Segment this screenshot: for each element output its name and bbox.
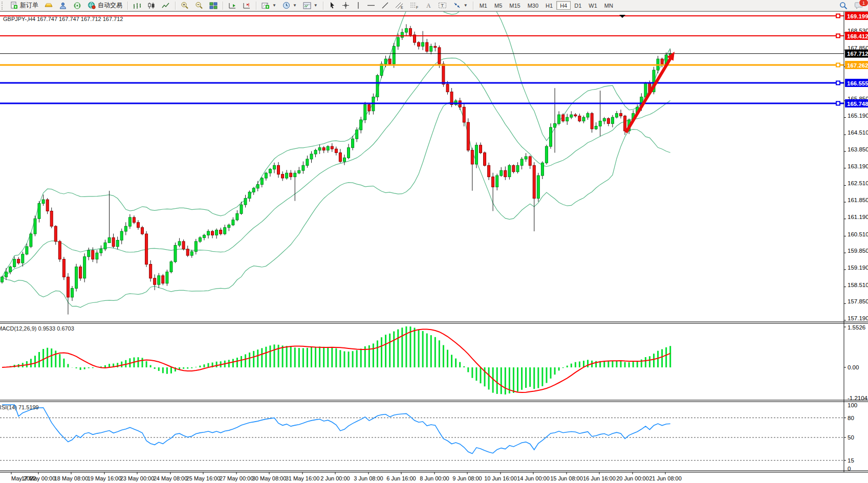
timeframe-button-h1[interactable]: H1 [542,1,556,10]
svg-text:-1.2104: -1.2104 [848,395,868,401]
deposit-button[interactable] [42,1,55,10]
channel-icon: E [395,2,404,9]
timeframe-button-w1[interactable]: W1 [585,1,601,10]
new-order-icon [10,2,18,9]
price-badge: 166.555 [845,79,868,87]
toolbar-separator [127,2,128,10]
toolbar-separator [473,2,473,10]
search-icon [839,2,848,10]
svg-text:15 Jun 08:00: 15 Jun 08:00 [550,475,583,481]
community-button[interactable] [56,1,70,10]
price-badge: 169.199 [845,12,868,20]
line-chart-mode-button[interactable] [159,1,172,10]
chart-shift-button[interactable] [240,1,253,10]
svg-text:30 May 08:00: 30 May 08:00 [252,475,287,481]
svg-text:27 May 00:00: 27 May 00:00 [220,475,254,481]
timeframe-button-m5[interactable]: M5 [491,1,506,10]
toolbar-grip[interactable] [2,2,5,10]
dropdown-arrow-icon: ▼ [272,3,276,8]
fibonacci-tool-button[interactable]: F [407,1,421,10]
periods-button[interactable]: ▼ [280,1,299,10]
zoom-in-icon [181,2,189,9]
svg-text:168.412: 168.412 [847,33,868,39]
svg-text:160.510: 160.510 [848,231,868,237]
svg-text:169.199: 169.199 [847,13,868,19]
dropdown-arrow-icon: ▼ [293,3,297,8]
signals-button[interactable] [71,1,84,10]
bar-chart-mode-button[interactable] [131,1,144,10]
channel-tool-button[interactable]: E [393,1,406,10]
svg-text:8 Jun 00:00: 8 Jun 00:00 [420,475,449,481]
main-toolbar: 新订单 自动交易 ▼ ▼ ▼ E F A T ▼ M1M5M15M30H1H4D… [0,0,868,11]
search-button[interactable] [837,1,850,10]
add-indicator-button[interactable]: ▼ [259,1,279,10]
svg-text:17 May 00:00: 17 May 00:00 [21,475,56,481]
new-order-label: 新订单 [20,1,38,10]
auto-trading-button[interactable]: 自动交易 [85,1,125,10]
timeframe-button-d1[interactable]: D1 [571,1,585,10]
crosshair-tool-button[interactable] [339,1,352,10]
auto-scroll-icon [228,2,236,9]
macd-signal-value: 0.6703 [57,325,74,332]
chart-title: GBPJPY-,H4 167.747 167.747 167.712 167.7… [3,16,123,22]
timeframe-button-m1[interactable]: M1 [476,1,491,10]
dropdown-arrow-icon: ▼ [464,3,468,8]
zoom-out-icon [195,2,203,9]
rsi-value: 71.5199 [18,404,39,410]
rsi-indicator-label: RSI(14) 71.5199 [0,404,39,410]
chart-canvas[interactable]: 168.530167.850167.190165.850165.190164.5… [0,12,868,483]
timeframe-button-mn[interactable]: MN [601,1,617,10]
text-tool-button[interactable]: A [422,1,435,10]
svg-text:6 Jun 16:00: 6 Jun 16:00 [386,475,416,481]
svg-text:50: 50 [848,434,854,441]
zoom-out-button[interactable] [192,1,206,10]
svg-text:23 May 00:00: 23 May 00:00 [120,475,155,481]
timeframe-button-m15[interactable]: M15 [506,1,524,10]
notification-count-badge: 1 [859,0,868,7]
tile-windows-button[interactable] [207,1,220,10]
svg-text:161.850: 161.850 [848,197,868,203]
bar-chart-icon [133,2,141,9]
trendline-tool-button[interactable] [379,1,392,10]
svg-text:159.190: 159.190 [848,265,868,271]
cursor-tool-button[interactable] [326,1,338,10]
candles-mode-button[interactable] [145,1,158,10]
svg-text:16 Jun 16:00: 16 Jun 16:00 [583,475,616,481]
text-label-tool-button[interactable]: T [436,1,449,10]
svg-text:163.850: 163.850 [848,146,868,152]
timeframe-button-h4[interactable]: H4 [556,1,571,10]
auto-scroll-button[interactable] [226,1,239,10]
chart-window[interactable]: 168.530167.850167.190165.850165.190164.5… [0,11,868,483]
new-order-button[interactable]: 新订单 [8,1,41,10]
svg-text:19 May 16:00: 19 May 16:00 [88,475,122,481]
trendline-icon [381,2,389,9]
add-indicator-icon [262,2,270,9]
person-icon [59,2,67,9]
candles-icon [147,2,156,9]
horizontal-line-icon [367,2,375,9]
svg-text:20 Jun 00:00: 20 Jun 00:00 [616,475,649,481]
arrows-tool-button[interactable]: ▼ [450,1,470,10]
svg-text:167.712: 167.712 [847,51,868,57]
notifications-button[interactable]: 1 [852,1,866,10]
tile-windows-icon [209,2,218,9]
horizontal-line-tool-button[interactable] [364,1,378,10]
svg-text:165.748: 165.748 [847,101,868,107]
zoom-in-button[interactable] [178,1,191,10]
templates-button[interactable]: ▼ [300,1,320,10]
vertical-line-tool-button[interactable] [353,1,363,10]
svg-text:158.510: 158.510 [848,282,868,288]
svg-text:14 Jun 00:00: 14 Jun 00:00 [517,475,550,481]
svg-text:161.190: 161.190 [848,214,868,220]
fibonacci-icon: F [410,2,419,9]
svg-text:15: 15 [848,457,854,464]
crosshair-icon [342,2,350,9]
dropdown-arrow-icon: ▼ [314,3,318,8]
timeframe-button-m30[interactable]: M30 [524,1,542,10]
svg-text:T: T [441,3,444,8]
text-icon: A [425,2,432,9]
svg-text:24 May 08:00: 24 May 08:00 [154,475,188,481]
svg-text:167.262: 167.262 [847,62,868,69]
macd-main-value: 0.9533 [38,325,55,332]
toolbar-separator [175,2,176,10]
